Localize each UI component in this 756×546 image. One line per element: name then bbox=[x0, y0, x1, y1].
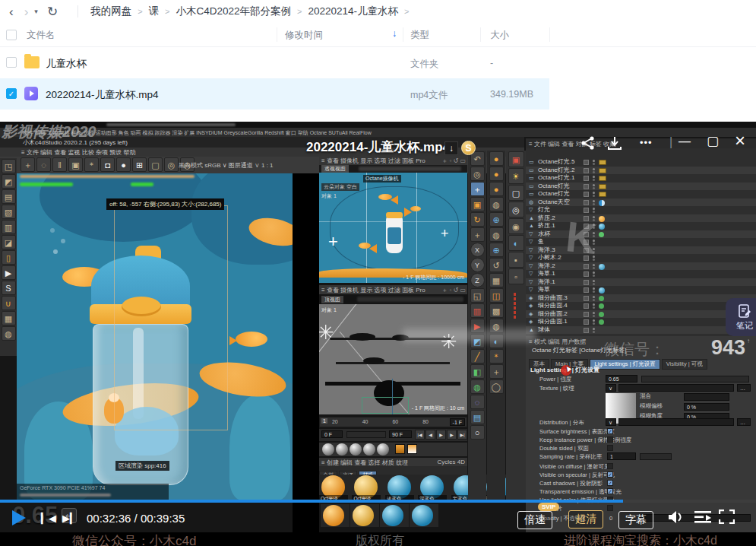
start-frame-field[interactable]: 0 F bbox=[321, 430, 343, 438]
attr-checkbox[interactable] bbox=[607, 436, 613, 443]
object-row[interactable]: ▽ 小树木.2 bbox=[526, 254, 756, 262]
attr-tab[interactable]: Visibility | 可视 bbox=[662, 359, 707, 370]
object-visibility-toggle[interactable] bbox=[584, 319, 589, 325]
c4d-tool-icon[interactable]: ◱ bbox=[470, 288, 485, 303]
object-name[interactable]: 灯光 bbox=[538, 206, 550, 214]
timeline-frame-box[interactable]: -1 F bbox=[450, 418, 465, 426]
c4d-tool-icon[interactable]: ◳ bbox=[2, 159, 16, 173]
transport-button[interactable]: ▶ bbox=[436, 430, 446, 440]
transport-button[interactable]: ▶ bbox=[447, 430, 457, 440]
row-checkbox[interactable] bbox=[6, 57, 17, 68]
transport-button[interactable]: ▶| bbox=[457, 430, 467, 440]
object-name[interactable]: 挤压.2 bbox=[538, 214, 555, 223]
vp2-tab[interactable]: 顶视图 bbox=[321, 296, 343, 303]
pv-tool-icon[interactable]: ‖ bbox=[52, 157, 67, 172]
object-name[interactable]: 海草.1 bbox=[538, 270, 555, 278]
breadcrumb-item[interactable]: 小木C4D2022年部分案例 bbox=[176, 5, 292, 18]
object-name[interactable]: 细分曲面.3 bbox=[538, 294, 568, 303]
attr-checkbox[interactable]: ✓ bbox=[607, 488, 613, 494]
object-tag-badge[interactable] bbox=[599, 200, 605, 206]
file-name[interactable]: 20220214-儿童水杯.mp4 bbox=[46, 88, 159, 102]
object-name[interactable]: 海洋.1 bbox=[538, 278, 555, 287]
sort-descending-icon[interactable]: ↓ bbox=[392, 28, 397, 39]
c4d-tool-icon[interactable]: ◍ bbox=[489, 197, 504, 211]
sampling-value-field[interactable]: 1 bbox=[607, 452, 636, 460]
attr-checkbox[interactable]: ✓ bbox=[607, 480, 613, 486]
frame-slider[interactable] bbox=[346, 431, 386, 438]
object-tag-badge[interactable] bbox=[599, 296, 604, 301]
pv-display-options[interactable]: 黑白模式 sRGB ∨ 图层通道 ∨ 1 : 1 bbox=[179, 161, 274, 170]
previous-button[interactable]: ▎◀ bbox=[41, 513, 56, 524]
c4d-tool-icon[interactable]: ▥ bbox=[2, 220, 16, 234]
c4d-tool-icon[interactable]: ● bbox=[489, 182, 504, 196]
share-icon[interactable] bbox=[580, 135, 596, 154]
c4d-tool-icon[interactable]: ▦ bbox=[2, 311, 16, 325]
object-name[interactable]: Octane灯光 bbox=[538, 183, 570, 191]
c4d-tool-icon[interactable]: ＋ bbox=[470, 182, 485, 196]
row-checkbox[interactable]: ✓ bbox=[6, 88, 17, 99]
c4d-tool-icon[interactable]: ◌ bbox=[470, 395, 485, 409]
object-visibility-toggle[interactable] bbox=[584, 168, 589, 173]
download-icon[interactable] bbox=[606, 135, 623, 154]
c4d-tool-icon[interactable]: ╱ bbox=[470, 349, 485, 363]
render-viewport[interactable]: off: 58, -557 右侧:(295,83) 大小:(282,685) 区… bbox=[17, 173, 293, 500]
material-swatch[interactable]: 浅蓝色 bbox=[385, 475, 414, 502]
note-button[interactable]: 笔记 bbox=[726, 298, 756, 336]
attr-checkbox[interactable]: ✓ bbox=[607, 428, 613, 434]
maximize-icon[interactable]: ▢ bbox=[707, 133, 719, 149]
object-tag-badge[interactable] bbox=[599, 303, 604, 309]
vp1-menu[interactable]: ≡ 查看 摄像机 显示 选项 过滤 面板 Pro bbox=[321, 157, 425, 165]
breadcrumb-item[interactable]: 我的网盘 bbox=[90, 5, 131, 18]
attr-menu[interactable]: ≡ 模式 编辑 用户数据 bbox=[529, 338, 586, 346]
object-row[interactable]: ▭ Octane灯光 bbox=[526, 183, 756, 191]
object-row[interactable]: ▽ 鱼 bbox=[526, 238, 756, 246]
object-visibility-toggle[interactable] bbox=[584, 296, 589, 301]
c4d-tool-icon[interactable]: X bbox=[470, 243, 485, 257]
object-name[interactable]: 水杯 bbox=[538, 230, 550, 239]
c4d-tool-icon[interactable]: ◍ bbox=[470, 379, 485, 394]
history-caret-icon[interactable]: ▾ bbox=[34, 8, 38, 15]
c4d-tool-icon[interactable]: ○ bbox=[470, 425, 485, 440]
object-enable-dots[interactable] bbox=[593, 168, 595, 170]
c4d-tool-icon[interactable]: ◍ bbox=[2, 326, 16, 341]
material-engine-menu[interactable]: Cycles 4D bbox=[438, 459, 465, 465]
column-size[interactable]: 大小 bbox=[490, 29, 509, 42]
object-visibility-toggle[interactable] bbox=[584, 303, 589, 309]
object-tag-badge[interactable] bbox=[599, 232, 604, 237]
object-name[interactable]: 海洋.2 bbox=[538, 262, 555, 271]
file-row[interactable]: ✓ 20220214-儿童水杯.mp4 mp4文件 349.19MB bbox=[0, 78, 549, 110]
object-tag-badge[interactable] bbox=[599, 264, 605, 270]
material-swatch[interactable] bbox=[380, 504, 409, 527]
texture-browse-button[interactable]: … bbox=[737, 384, 751, 392]
vp2-menu-icons[interactable]: ＋ ◦ ↺ ▭ bbox=[441, 286, 466, 294]
pv-tool-icon[interactable]: ⊞ bbox=[132, 157, 147, 172]
object-name[interactable]: 细分曲面.4 bbox=[538, 302, 568, 310]
recorder-download-icon[interactable]: ↓ bbox=[444, 141, 458, 155]
playlist-icon[interactable] bbox=[694, 510, 711, 527]
c4d-tool-icon[interactable]: ◯ bbox=[489, 379, 504, 394]
object-row[interactable]: ▲ 球体 bbox=[526, 326, 756, 335]
object-enable-dots[interactable] bbox=[593, 319, 595, 322]
object-visibility-toggle[interactable] bbox=[584, 160, 589, 165]
c4d-tool-icon[interactable]: ⊕ bbox=[489, 243, 504, 257]
vp1-tab[interactable]: 透视视图 bbox=[321, 165, 349, 173]
c4d-tool-icon[interactable]: ▯ bbox=[2, 250, 16, 265]
breadcrumb-item[interactable]: 课 bbox=[149, 5, 160, 18]
transport-button[interactable]: ◀ bbox=[425, 430, 435, 440]
top-viewport[interactable]: ✳ ✳ 对象 1 - 1 F 网格间距 : 10 cm bbox=[319, 304, 467, 414]
camera-viewport[interactable]: + + Octane摄像机 云朵对象 空白 对象 1 - 1 F 网格间距 : … bbox=[319, 173, 467, 283]
c4d-tool-icon[interactable]: ◪ bbox=[2, 235, 16, 249]
fullscreen-icon[interactable] bbox=[719, 509, 735, 527]
object-row[interactable]: ▽ 海洋.2 bbox=[526, 262, 756, 271]
object-enable-dots[interactable] bbox=[593, 328, 595, 330]
c4d-tool-icon[interactable]: ▦ bbox=[489, 273, 504, 287]
object-tag-badge[interactable] bbox=[599, 224, 605, 230]
pv-tool-icon[interactable]: ＊ bbox=[84, 157, 99, 172]
object-name[interactable]: Octane灯光.5 bbox=[538, 158, 574, 167]
c4d-tool-icon[interactable]: ▪ bbox=[508, 252, 524, 268]
object-row[interactable]: ▲ 挤压.2 bbox=[526, 214, 756, 223]
object-enable-dots[interactable] bbox=[593, 200, 595, 202]
c4d-tool-icon[interactable]: ◍ bbox=[489, 227, 504, 242]
c4d-tool-icon[interactable]: ◉ bbox=[508, 218, 524, 234]
file-name[interactable]: 儿童水杯 bbox=[46, 57, 87, 71]
